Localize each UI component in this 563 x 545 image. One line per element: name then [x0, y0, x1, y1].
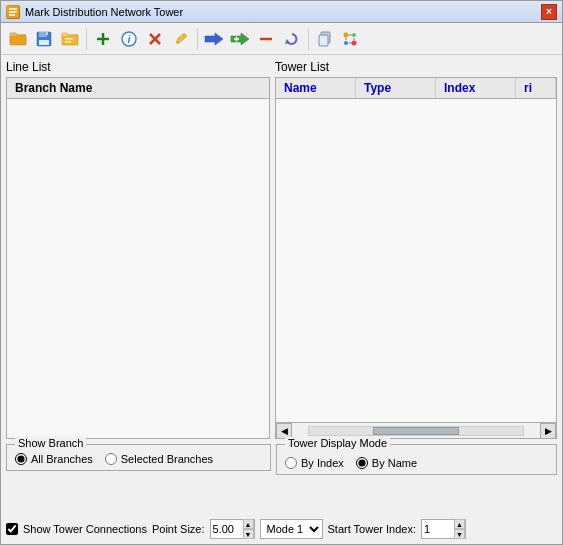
svg-marker-20	[231, 33, 249, 45]
svg-point-30	[352, 40, 357, 45]
sparkle-button[interactable]	[339, 27, 363, 51]
title-bar: Mark Distribution Network Tower ×	[1, 1, 562, 23]
point-size-spinbox[interactable]: ▲ ▼	[210, 519, 255, 539]
start-tower-index-down-arrow[interactable]: ▼	[454, 529, 465, 539]
by-index-label: By Index	[301, 457, 344, 469]
point-size-arrows: ▲ ▼	[243, 519, 254, 539]
svg-marker-19	[205, 33, 223, 45]
show-tower-connections-checkbox[interactable]	[6, 523, 18, 535]
all-branches-radio[interactable]	[15, 453, 27, 465]
start-tower-index-up-arrow[interactable]: ▲	[454, 519, 465, 529]
panels-row: Line List Branch Name Tower List Name Ty…	[6, 60, 557, 439]
open-file-button[interactable]	[58, 27, 82, 51]
line-list-label: Line List	[6, 60, 270, 74]
by-name-radio[interactable]	[356, 457, 368, 469]
all-branches-option[interactable]: All Branches	[15, 453, 93, 465]
refresh-button[interactable]	[280, 27, 304, 51]
svg-rect-8	[46, 32, 48, 35]
tower-col-name-header: Name	[276, 78, 356, 98]
branch-radio-row: All Branches Selected Branches	[15, 453, 262, 465]
show-tower-connections-label: Show Tower Connections	[23, 523, 147, 535]
title-bar-left: Mark Distribution Network Tower	[6, 5, 183, 19]
svg-rect-10	[65, 38, 73, 40]
open-folder-button[interactable]	[6, 27, 30, 51]
tower-list-box[interactable]: Name Type Index ri ◀ ▶	[275, 77, 557, 439]
main-window: Mark Distribution Network Tower ×	[0, 0, 563, 545]
add-button[interactable]	[91, 27, 115, 51]
tower-list-label: Tower List	[275, 60, 557, 74]
svg-rect-26	[319, 35, 328, 46]
start-tower-index-input[interactable]	[422, 523, 454, 535]
app-icon	[6, 5, 20, 19]
main-content: Line List Branch Name Tower List Name Ty…	[1, 55, 562, 544]
mode-dropdown[interactable]: Mode 1 Mode 2 Mode 3	[260, 519, 323, 539]
svg-rect-11	[65, 41, 71, 43]
point-size-up-arrow[interactable]: ▲	[243, 519, 254, 529]
line-list-panel: Line List Branch Name	[6, 60, 270, 439]
tower-col-r-header: ri	[516, 78, 556, 98]
start-tower-index-label: Start Tower Index:	[328, 523, 416, 535]
toolbar: i	[1, 23, 562, 55]
tower-list-panel: Tower List Name Type Index ri ◀ ▶	[275, 60, 557, 439]
point-size-down-arrow[interactable]: ▼	[243, 529, 254, 539]
toolbar-sep-3	[308, 28, 309, 50]
toolbar-sep-2	[197, 28, 198, 50]
show-branch-label: Show Branch	[15, 437, 86, 449]
point-size-input[interactable]	[211, 523, 243, 535]
close-button[interactable]: ×	[541, 4, 557, 20]
tower-horizontal-scrollbar[interactable]: ◀ ▶	[276, 422, 556, 438]
selected-branches-option[interactable]: Selected Branches	[105, 453, 213, 465]
move-right-button[interactable]	[202, 27, 226, 51]
save-button[interactable]	[32, 27, 56, 51]
by-name-option[interactable]: By Name	[356, 457, 417, 469]
bottom-controls-row: Show Tower Connections Point Size: ▲ ▼ M…	[6, 519, 557, 539]
line-list-box[interactable]: Branch Name	[6, 77, 270, 439]
copy-button[interactable]	[313, 27, 337, 51]
remove-button[interactable]	[254, 27, 278, 51]
window-title: Mark Distribution Network Tower	[25, 6, 183, 18]
scrollbar-track[interactable]	[308, 426, 524, 436]
bottom-right: Tower Display Mode By Index By Name	[276, 444, 557, 514]
tower-list-body[interactable]	[276, 99, 556, 422]
svg-rect-4	[10, 35, 26, 45]
tower-col-type-header: Type	[356, 78, 436, 98]
edit-button[interactable]	[169, 27, 193, 51]
svg-rect-7	[39, 40, 49, 45]
bottom-row: Show Branch All Branches Selected Branch…	[6, 444, 557, 514]
selected-branches-label: Selected Branches	[121, 453, 213, 465]
point-size-label: Point Size:	[152, 523, 205, 535]
by-name-label: By Name	[372, 457, 417, 469]
info-button[interactable]: i	[117, 27, 141, 51]
scrollbar-thumb[interactable]	[373, 427, 459, 435]
show-branch-group: Show Branch All Branches Selected Branch…	[6, 444, 271, 471]
add-move-button[interactable]	[228, 27, 252, 51]
svg-point-27	[344, 32, 349, 37]
selected-branches-radio[interactable]	[105, 453, 117, 465]
start-tower-index-spinbox[interactable]: ▲ ▼	[421, 519, 466, 539]
svg-point-29	[344, 41, 348, 45]
svg-rect-6	[39, 32, 47, 37]
by-index-radio[interactable]	[285, 457, 297, 469]
tower-display-mode-group: Tower Display Mode By Index By Name	[276, 444, 557, 475]
svg-rect-9	[62, 35, 78, 45]
delete-button[interactable]	[143, 27, 167, 51]
bottom-left: Show Branch All Branches Selected Branch…	[6, 444, 271, 514]
svg-point-28	[352, 33, 356, 37]
scrollbar-right-arrow[interactable]: ▶	[540, 423, 556, 439]
tower-display-mode-label: Tower Display Mode	[285, 437, 390, 449]
line-list-body[interactable]	[7, 99, 269, 438]
toolbar-sep-1	[86, 28, 87, 50]
branch-name-header: Branch Name	[7, 78, 269, 99]
tower-col-index-header: Index	[436, 78, 516, 98]
start-tower-index-arrows: ▲ ▼	[454, 519, 465, 539]
tower-list-header: Name Type Index ri	[276, 78, 556, 99]
tower-display-radio-row: By Index By Name	[285, 457, 548, 469]
by-index-option[interactable]: By Index	[285, 457, 344, 469]
all-branches-label: All Branches	[31, 453, 93, 465]
